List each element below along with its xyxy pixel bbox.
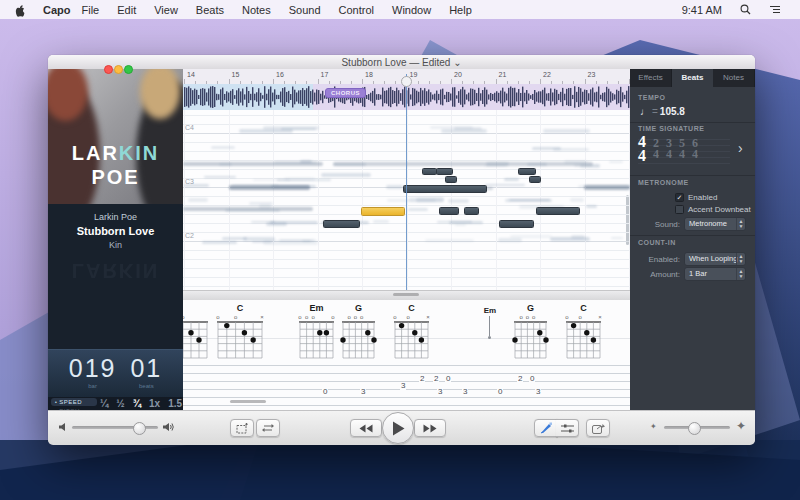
- tab-number[interactable]: 3: [437, 388, 443, 396]
- speed-mode-button[interactable]: •SPEED: [51, 398, 97, 406]
- note-block[interactable]: [436, 168, 453, 175]
- spotlight-icon[interactable]: [740, 4, 751, 15]
- tab-number[interactable]: 0: [529, 375, 535, 383]
- chord-diagram-C[interactable]: Coo×: [562, 302, 605, 364]
- spectral-smudge: [188, 198, 208, 202]
- chord-diagram-partial[interactable]: o: [183, 302, 212, 364]
- tab-number[interactable]: 0: [445, 375, 451, 383]
- svg-text:C: C: [580, 303, 587, 313]
- transport-toolbar: ✦ ✦: [48, 410, 755, 445]
- section-badge-chorus[interactable]: CHORUS: [325, 88, 366, 98]
- speed-preset-½[interactable]: ½: [116, 398, 124, 409]
- playhead-handle[interactable]: [401, 76, 412, 87]
- menu-clock[interactable]: 9:41 AM: [682, 4, 722, 16]
- selected-note-block[interactable]: [361, 207, 405, 216]
- accent-downbeat-checkbox[interactable]: Accent Downbeat: [675, 205, 751, 214]
- stepper-arrows-icon: ▲▼: [736, 268, 745, 280]
- chord-diagram-C[interactable]: Coo×: [390, 302, 433, 364]
- tab-number[interactable]: 3: [360, 388, 366, 396]
- svg-text:o: o: [565, 314, 569, 320]
- spectrogram-toggle-button[interactable]: [534, 419, 558, 437]
- note-block[interactable]: [536, 207, 580, 215]
- time-signature-6-4[interactable]: 64: [692, 138, 698, 158]
- menu-item-view[interactable]: View: [154, 4, 178, 16]
- note-block[interactable]: [518, 168, 536, 175]
- rewind-button[interactable]: [350, 419, 382, 437]
- time-signature-2-4[interactable]: 24: [653, 138, 659, 158]
- tab-number[interactable]: 2: [517, 375, 523, 383]
- chord-diagram-G[interactable]: Gooo: [338, 302, 379, 364]
- tab-beats[interactable]: Beats: [672, 69, 713, 87]
- spectral-smudge: [543, 129, 591, 133]
- chevron-right-icon[interactable]: ›: [738, 140, 743, 156]
- menu-app-name[interactable]: Capo: [43, 4, 71, 16]
- tab-effects[interactable]: Effects: [630, 69, 672, 87]
- note-block[interactable]: [422, 168, 437, 175]
- note-block[interactable]: [445, 176, 457, 183]
- chord-diagram-G[interactable]: Gooo: [510, 302, 551, 364]
- svg-text:o: o: [183, 314, 185, 320]
- tab-number[interactable]: 0: [322, 388, 328, 396]
- speed-preset-1x[interactable]: 1x: [149, 398, 160, 409]
- speed-preset-¾[interactable]: ¾: [133, 398, 141, 409]
- note-block[interactable]: [439, 207, 459, 215]
- note-block[interactable]: [499, 220, 534, 228]
- chord-tab-view[interactable]: oCoo×EmooooGoooCoo×EmGoooCoo×03322033020…: [183, 300, 630, 410]
- note-block[interactable]: [529, 176, 541, 183]
- pane-divider-handle[interactable]: [393, 293, 419, 296]
- menu-item-notes[interactable]: Notes: [242, 4, 271, 16]
- tempo-header: TEMPO: [638, 94, 665, 101]
- tab-notes[interactable]: Notes: [713, 69, 755, 87]
- tab-number[interactable]: 2: [419, 375, 425, 383]
- chord-dot: [196, 337, 201, 342]
- transpose-slider-thumb[interactable]: [688, 422, 701, 435]
- metronome-sound-dropdown[interactable]: Metronome ▲▼: [684, 217, 746, 231]
- time-signature-4-4[interactable]: 44: [638, 135, 646, 162]
- menu-item-window[interactable]: Window: [392, 4, 431, 16]
- time-signature-5-4[interactable]: 54: [679, 138, 685, 158]
- playhead-line[interactable]: [406, 74, 407, 290]
- menu-item-help[interactable]: Help: [449, 4, 472, 16]
- count-in-amount-dropdown[interactable]: 1 Bar ▲▼: [684, 267, 746, 281]
- menu-item-beats[interactable]: Beats: [196, 4, 224, 16]
- zoom-button[interactable]: [124, 65, 133, 74]
- inspector-panel: EffectsBeatsNotes TEMPO ♩=105.8 TIME SIG…: [630, 69, 755, 410]
- count-in-enabled-dropdown[interactable]: When Looping ▲▼: [684, 252, 746, 266]
- note-block[interactable]: [323, 220, 360, 228]
- tab-number[interactable]: 2: [433, 375, 439, 383]
- bar-counter: 019: [69, 353, 117, 383]
- menu-item-edit[interactable]: Edit: [117, 4, 136, 16]
- chord-diagram-Em[interactable]: Emoooo: [295, 302, 338, 364]
- minimize-button[interactable]: [114, 65, 123, 74]
- tab-number[interactable]: 3: [535, 388, 541, 396]
- tab-number[interactable]: 3: [400, 382, 406, 390]
- note-block[interactable]: [464, 207, 479, 215]
- speed-preset-1.5[interactable]: 1.5: [168, 398, 182, 409]
- window-titlebar[interactable]: Stubborn Love — Edited ⌄: [48, 55, 755, 70]
- add-region-button[interactable]: [230, 419, 254, 437]
- loop-button[interactable]: [256, 419, 280, 437]
- speed-preset-¼[interactable]: ¼: [100, 398, 108, 409]
- apple-menu-icon[interactable]: [14, 4, 26, 16]
- play-button[interactable]: [382, 412, 414, 444]
- close-button[interactable]: [104, 65, 113, 74]
- chord-diagram-C[interactable]: Coo×: [213, 302, 267, 364]
- volume-slider-thumb[interactable]: [133, 422, 146, 435]
- fast-forward-button[interactable]: [414, 419, 446, 437]
- artist-name: Larkin Poe: [48, 212, 183, 222]
- menu-item-control[interactable]: Control: [339, 4, 374, 16]
- menu-item-file[interactable]: File: [82, 4, 100, 16]
- tab-number[interactable]: 0: [497, 388, 503, 396]
- tempo-value-row[interactable]: ♩=105.8: [640, 106, 685, 117]
- time-signature-3-4[interactable]: 34: [666, 138, 672, 158]
- chord-scrollbar[interactable]: [230, 400, 266, 403]
- svg-text:o: o: [532, 314, 536, 320]
- notification-center-icon[interactable]: [769, 4, 781, 15]
- menu-item-sound[interactable]: Sound: [289, 4, 321, 16]
- tab-number[interactable]: 3: [462, 388, 468, 396]
- note-block[interactable]: [403, 185, 487, 193]
- mixer-sliders-button[interactable]: [556, 419, 579, 437]
- spectral-bar-line: [362, 110, 363, 290]
- share-button[interactable]: [586, 419, 610, 437]
- metronome-enabled-checkbox[interactable]: ✓ Enabled: [675, 193, 717, 202]
